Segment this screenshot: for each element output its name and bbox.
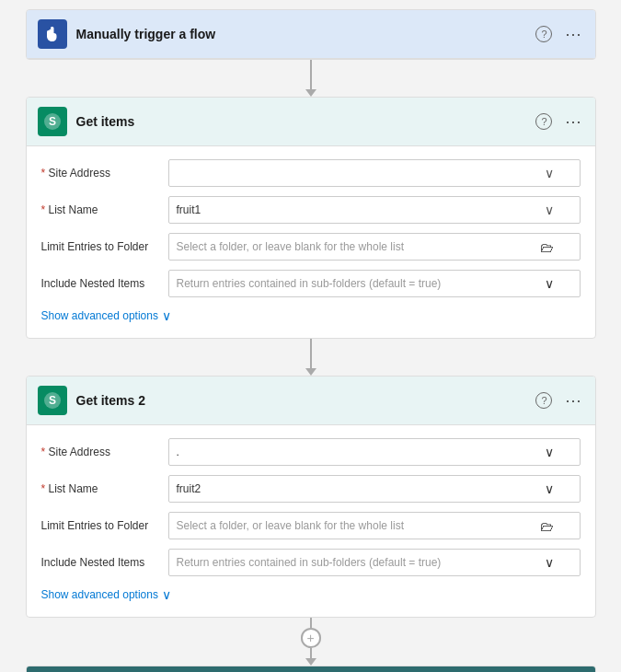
svg-text:S: S — [48, 115, 55, 128]
apply-to-each-header: Apply to each ··· — [27, 666, 595, 672]
arrow-1 — [305, 60, 316, 97]
arrow-line-2 — [310, 339, 312, 368]
list-name-1-row: * List Name fruit1 ∨ — [41, 196, 581, 224]
limit-entries-1-input[interactable]: Select a folder, or leave blank for the … — [168, 233, 581, 261]
site-address-1-control: ∨ — [168, 159, 581, 187]
limit-entries-2-placeholder: Select a folder, or leave blank for the … — [177, 519, 540, 532]
sharepoint-svg-icon-2: S — [42, 390, 63, 411]
trigger-help-button[interactable]: ? — [534, 24, 554, 44]
arrow-2 — [305, 339, 316, 376]
get-items-1-body: * Site Address ∨ * List Name fruit1 — [27, 146, 595, 338]
include-nested-1-dropdown[interactable]: Return entries contained in sub-folders … — [168, 270, 581, 297]
list-name-1-dropdown[interactable]: fruit1 ∨ — [168, 196, 581, 224]
list-name-1-label: * List Name — [41, 203, 161, 216]
site-address-2-dropdown[interactable]: . ∨ — [168, 438, 581, 466]
apply-to-each-card: Apply to each ··· — [26, 666, 596, 672]
folder-icon-2: 🗁 — [540, 518, 554, 534]
include-nested-2-row: Include Nested Items Return entries cont… — [41, 549, 581, 576]
site-address-2-chevron: ∨ — [545, 445, 554, 459]
trigger-icon — [38, 19, 67, 49]
trigger-title: Manually trigger a flow — [76, 27, 525, 41]
arrow-line-1 — [310, 60, 312, 89]
show-advanced-1-button[interactable]: Show advanced options ∨ — [41, 307, 171, 325]
required-star-2: * — [41, 203, 49, 216]
include-nested-2-dropdown[interactable]: Return entries contained in sub-folders … — [168, 549, 581, 576]
site-address-1-dropdown[interactable]: ∨ — [168, 159, 581, 187]
list-name-2-row: * List Name fruit2 ∨ — [41, 475, 581, 503]
arrow-head-1 — [305, 89, 316, 97]
site-address-1-label: * Site Address — [41, 167, 161, 180]
limit-entries-1-row: Limit Entries to Folder Select a folder,… — [41, 233, 581, 261]
plus-connector: + — [301, 618, 321, 666]
plus-icon: + — [306, 631, 314, 645]
include-nested-1-placeholder: Return entries contained in sub-folders … — [177, 277, 545, 290]
trigger-card-header: Manually trigger a flow ? ··· — [27, 10, 595, 59]
arrow-head-2 — [305, 368, 316, 376]
show-advanced-2-button[interactable]: Show advanced options ∨ — [41, 585, 171, 604]
include-nested-2-control: Return entries contained in sub-folders … — [168, 549, 581, 576]
required-star-1: * — [41, 167, 49, 180]
include-nested-1-chevron: ∨ — [545, 276, 554, 291]
list-name-2-value: fruit2 — [177, 482, 545, 495]
list-name-2-dropdown[interactable]: fruit2 ∨ — [168, 475, 581, 503]
get-items-1-title: Get items — [76, 114, 525, 129]
list-name-1-value: fruit1 — [177, 203, 545, 216]
sharepoint-svg-icon-1: S — [42, 111, 63, 132]
site-address-2-row: * Site Address . ∨ — [41, 438, 581, 466]
list-name-2-chevron: ∨ — [545, 481, 554, 496]
get-items-1-header: S Get items ? ··· — [27, 98, 595, 146]
list-name-2-control: fruit2 ∨ — [168, 475, 581, 503]
question-icon-2: ? — [535, 392, 552, 409]
limit-entries-2-label: Limit Entries to Folder — [41, 519, 161, 532]
get-items-2-body: * Site Address . ∨ * List Name fruit2 — [27, 425, 595, 617]
plus-line-top — [310, 618, 312, 628]
required-star-3: * — [41, 446, 49, 458]
list-name-2-label: * List Name — [41, 482, 161, 495]
limit-entries-2-control: Select a folder, or leave blank for the … — [168, 512, 581, 539]
get-items-2-title: Get items 2 — [76, 393, 525, 408]
ellipsis-icon-2: ··· — [565, 391, 581, 411]
ellipsis-icon-1: ··· — [565, 112, 581, 132]
show-advanced-1-chevron: ∨ — [162, 308, 171, 323]
ellipsis-icon: ··· — [565, 25, 581, 44]
include-nested-1-row: Include Nested Items Return entries cont… — [41, 270, 581, 297]
required-star-4: * — [41, 482, 49, 495]
get-items-1-help-button[interactable]: ? — [534, 111, 554, 132]
limit-entries-2-input[interactable]: Select a folder, or leave blank for the … — [168, 512, 581, 539]
limit-entries-2-row: Limit Entries to Folder Select a folder,… — [41, 512, 581, 539]
get-items-2-header: S Get items 2 ? ··· — [27, 377, 595, 425]
trigger-actions: ? ··· — [534, 23, 583, 46]
get-items-1-actions: ? ··· — [534, 110, 583, 133]
trigger-card: Manually trigger a flow ? ··· — [26, 9, 596, 60]
include-nested-2-placeholder: Return entries contained in sub-folders … — [177, 556, 545, 569]
list-name-1-control: fruit1 ∨ — [168, 196, 581, 224]
site-address-2-value: . — [177, 446, 545, 458]
include-nested-1-control: Return entries contained in sub-folders … — [168, 270, 581, 297]
include-nested-1-label: Include Nested Items — [41, 277, 161, 290]
trigger-svg-icon — [43, 25, 62, 43]
get-items-1-menu-button[interactable]: ··· — [563, 110, 583, 133]
get-items-2-card: S Get items 2 ? ··· * Site Address — [26, 376, 596, 618]
get-items-2-icon: S — [38, 386, 67, 415]
site-address-2-label: * Site Address — [41, 446, 161, 458]
show-advanced-1-label: Show advanced options — [41, 309, 158, 322]
arrow-head-3 — [305, 658, 316, 666]
question-icon-1: ? — [535, 113, 552, 130]
show-advanced-2-label: Show advanced options — [41, 588, 158, 601]
get-items-1-card: S Get items ? ··· * Site Address — [26, 97, 596, 339]
folder-icon-1: 🗁 — [540, 239, 554, 255]
show-advanced-2-chevron: ∨ — [162, 587, 171, 602]
limit-entries-1-placeholder: Select a folder, or leave blank for the … — [177, 240, 540, 253]
add-step-button[interactable]: + — [301, 628, 321, 647]
svg-text:S: S — [48, 394, 55, 407]
get-items-2-actions: ? ··· — [534, 389, 583, 412]
trigger-menu-button[interactable]: ··· — [563, 23, 583, 46]
site-address-1-row: * Site Address ∨ — [41, 159, 581, 187]
get-items-2-help-button[interactable]: ? — [534, 390, 554, 411]
flow-canvas: Manually trigger a flow ? ··· S — [18, 9, 603, 672]
site-address-2-control: . ∨ — [168, 438, 581, 466]
site-address-1-chevron: ∨ — [545, 166, 554, 180]
get-items-1-icon: S — [38, 107, 67, 136]
include-nested-2-label: Include Nested Items — [41, 556, 161, 569]
get-items-2-menu-button[interactable]: ··· — [563, 389, 583, 412]
